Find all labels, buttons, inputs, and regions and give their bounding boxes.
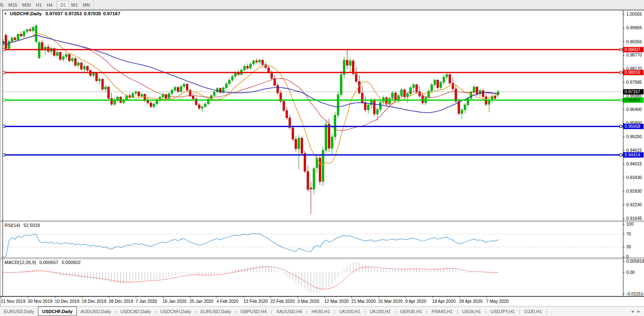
tabs-scroll-right-icon[interactable]: ▸ [637,309,640,314]
chart-window: 1.005550.999550.993550.987700.981700.975… [0,9,644,306]
svg-text:0.99007: 0.99007 [625,47,640,52]
svg-text:9 Apr 2020: 9 Apr 2020 [405,299,426,304]
timeframe-button-h4[interactable]: H4 [44,1,55,9]
timeframe-button-m30[interactable]: M30 [20,1,33,9]
chart-menu-icon[interactable]: ▼ [4,12,7,16]
svg-text:30: 30 [626,244,631,249]
svg-text:25 Jan 2020: 25 Jan 2020 [189,299,213,304]
svg-text:0.00: 0.00 [626,270,635,275]
chart-tab-uk100-h1[interactable]: UK100,H1 [366,307,394,316]
svg-text:12 Mar 2020: 12 Mar 2020 [324,299,349,304]
svg-text:0.96803: 0.96803 [625,97,640,102]
chart-tab-fra40-h1[interactable]: FRA40,H1 [428,307,456,316]
svg-text:0.98010: 0.98010 [625,70,640,75]
svg-text:22 Feb 2020: 22 Feb 2020 [271,299,295,304]
chart-tab-xauusd-h4[interactable]: XAUUSD,H4 [272,307,306,316]
timeframe-buttons: M5M15M30H1H4D1W1MN [0,0,95,9]
chart-tab-dj30-h1[interactable]: DJ30,H1 [521,307,546,316]
svg-text:0.99955: 0.99955 [626,25,642,30]
chart-tab-usdjpy-h1[interactable]: USDJPY,H1 [487,307,519,316]
chart-tab-usdcnh-daily[interactable]: USDCNH,Daily [157,307,195,316]
price-badge-0.95658: 0.95658 [623,124,644,129]
panel-separator [0,257,644,259]
timeframe-button-w1[interactable]: W1 [68,1,80,9]
timeframe-button-h1[interactable]: H1 [33,1,44,9]
mt4-chart-screen: M5M15M30H1H4D1W1MN 1.005550.999550.99355… [0,0,644,316]
chart-tab-usdcad-daily[interactable]: USDCAD,Daily [117,307,155,316]
svg-text:16 Jan 2020: 16 Jan 2020 [163,299,186,304]
svg-text:0.005818: 0.005818 [626,259,644,264]
svg-text:28 Apr 2020: 28 Apr 2020 [459,299,483,304]
svg-text:4 Feb 2020: 4 Feb 2020 [217,299,238,304]
svg-text:0.99355: 0.99355 [626,39,642,44]
timeframe-toolbar: M5M15M30H1H4D1W1MN [0,0,644,9]
chart-tab-eurusd-daily[interactable]: EURUSD,Daily [197,307,235,316]
svg-text:19 Dec 2019: 19 Dec 2019 [82,299,106,304]
svg-text:70: 70 [626,231,631,236]
svg-text:31 Mar 2020: 31 Mar 2020 [378,299,403,304]
svg-text:0.96400: 0.96400 [626,107,642,112]
tabs-scroll-left-icon[interactable]: ◂ [631,309,634,314]
svg-text:0.94414: 0.94414 [625,152,640,157]
svg-text:0.91645: 0.91645 [626,216,642,221]
svg-text:100: 100 [626,222,634,226]
chart-tab-uk100-h1[interactable]: UK100,H1 [336,307,364,316]
svg-text:0.97167: 0.97167 [625,89,640,94]
svg-text:13 Feb 2020: 13 Feb 2020 [243,299,268,304]
svg-text:21 Nov 2019: 21 Nov 2019 [1,299,26,304]
svg-text:0.93430: 0.93430 [626,175,642,180]
current-price-badge: 0.97167 [623,89,644,94]
chart-tab-ger30-h1[interactable]: GER30,H1 [396,307,426,316]
svg-text:10 Dec 2019: 10 Dec 2019 [55,299,80,304]
chart-tab-gbpusd-h4[interactable]: GBPUSD,H4 [237,307,271,316]
chart-tab-usoil-h1[interactable]: USOil,H1 [458,307,485,316]
tab-separator: | [546,309,548,314]
price-badge-0.98010: 0.98010 [623,70,644,75]
timeframe-button-mn[interactable]: MN [80,1,92,9]
chart-tab-eurusd-daily[interactable]: EURUSD,Daily [0,307,38,316]
svg-text:0.97585: 0.97585 [626,80,642,85]
svg-text:7 May 2020: 7 May 2020 [486,299,509,304]
svg-text:21 Mar 2020: 21 Mar 2020 [351,299,376,304]
price-badge-0.94414: 0.94414 [623,152,644,158]
svg-text:18 Apr 2020: 18 Apr 2020 [432,299,456,304]
toolbar-separator [56,0,57,9]
price-badge-0.99007: 0.99007 [623,47,644,52]
tab-scroll-arrows: ◂▸ [631,309,640,314]
svg-text:3 Mar 2020: 3 Mar 2020 [297,299,319,304]
toolbar-separator [94,0,94,9]
svg-text:7 Jan 2020: 7 Jan 2020 [136,299,157,304]
svg-text:0.94015: 0.94015 [626,161,642,166]
svg-text:0.92830: 0.92830 [626,189,642,193]
svg-text:28 Dec 2019: 28 Dec 2019 [109,299,133,304]
svg-text:0.92230: 0.92230 [626,202,642,207]
chart-canvas[interactable]: 1.005550.999550.993550.987700.981700.975… [0,9,644,306]
chart-tab-audusd-daily[interactable]: AUDUSD,Daily [77,307,115,316]
svg-text:1.00555: 1.00555 [626,12,642,17]
chart-tab-usdchf-daily[interactable]: USDCHF,Daily [38,307,77,316]
timeframe-button-m5[interactable]: M5 [0,1,6,9]
price-badge-0.96803: 0.96803 [623,97,644,103]
svg-text:0.95658: 0.95658 [625,124,640,129]
timeframe-button-m15[interactable]: M15 [6,1,19,9]
panel-separator [0,220,644,222]
chart-tabs-bar: EURUSD,DailyUSDCHF,DailyAUDUSD,Daily|USD… [0,306,644,316]
svg-text:0.95200: 0.95200 [626,134,642,139]
svg-text:0.98770: 0.98770 [626,52,642,57]
svg-text:-0.011514: -0.011514 [626,291,644,296]
timeframe-button-d1[interactable]: D1 [58,1,68,9]
chart-tab-hk50-h1[interactable]: HK50,H1 [308,307,334,316]
svg-text:30 Nov 2019: 30 Nov 2019 [28,299,52,304]
